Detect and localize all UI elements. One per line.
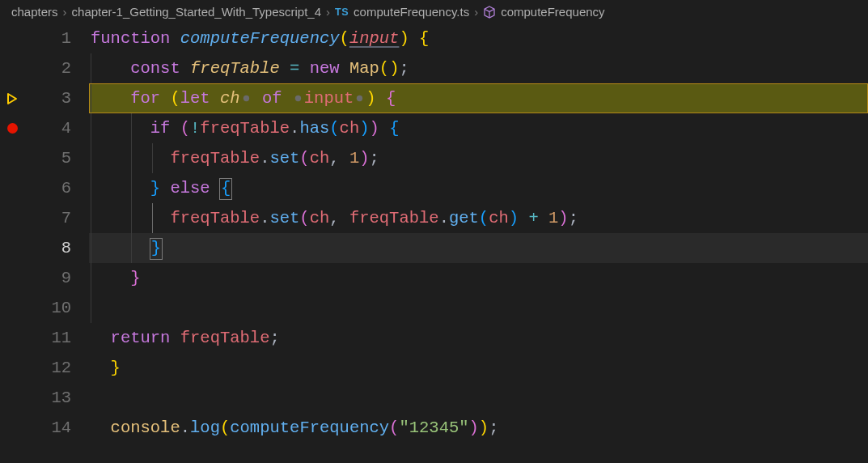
code-line[interactable]: if (!freqTable.has(ch)) { <box>89 113 868 143</box>
code-line[interactable] <box>89 383 868 413</box>
line-number[interactable]: 6 <box>24 173 89 203</box>
code-line[interactable]: function computeFrequency(input) { <box>89 23 868 53</box>
line-number[interactable]: 7 <box>24 203 89 233</box>
code-line[interactable]: } else { <box>89 173 868 203</box>
svg-point-2 <box>357 96 362 101</box>
code-area[interactable]: function computeFrequency(input) { const… <box>89 23 868 443</box>
line-number[interactable]: 11 <box>24 323 89 353</box>
typescript-icon: TS <box>335 6 349 18</box>
line-number[interactable]: 5 <box>24 143 89 173</box>
code-line[interactable]: const freqTable = new Map(); <box>89 53 868 83</box>
debug-current-frame-icon <box>0 92 24 105</box>
svg-point-0 <box>243 96 248 101</box>
symbol-method-icon <box>483 6 496 19</box>
code-line[interactable]: } <box>89 353 868 383</box>
code-line[interactable] <box>89 293 868 323</box>
inlay-hint-icon <box>242 94 251 103</box>
code-line[interactable]: freqTable.set(ch, 1); <box>89 143 868 173</box>
chevron-right-icon: › <box>63 5 67 19</box>
breadcrumb-symbol-label: computeFrequency <box>501 5 604 19</box>
line-number[interactable]: 9 <box>24 263 89 293</box>
breadcrumb-item[interactable]: chapter-1_Getting_Started_With_Typescrip… <box>72 5 322 19</box>
code-line[interactable]: } <box>89 233 868 263</box>
breadcrumb: chapters › chapter-1_Getting_Started_Wit… <box>0 0 868 23</box>
line-number[interactable]: 3 <box>24 83 89 113</box>
breadcrumb-file-label: computeFrequency.ts <box>354 5 469 19</box>
gutter[interactable]: 1 2 3 4 5 6 7 8 9 10 11 12 13 14 <box>0 23 89 443</box>
breadcrumb-item[interactable]: computeFrequency <box>483 5 604 19</box>
inlay-hint-icon <box>355 94 364 103</box>
inlay-hint-icon <box>294 94 303 103</box>
code-line[interactable]: } <box>89 263 868 293</box>
code-line[interactable]: return freqTable; <box>89 323 868 353</box>
code-line[interactable]: console.log(computeFrequency("12345")); <box>89 413 868 443</box>
chevron-right-icon: › <box>474 5 478 19</box>
code-line[interactable]: for (let ch of input) { <box>89 83 868 113</box>
chevron-right-icon: › <box>326 5 330 19</box>
breadcrumb-item[interactable]: chapters <box>11 5 58 19</box>
breakpoint-icon[interactable] <box>0 123 24 134</box>
svg-point-1 <box>295 96 301 101</box>
line-number[interactable]: 13 <box>24 383 89 413</box>
line-number[interactable]: 4 <box>24 113 89 143</box>
breadcrumb-item[interactable]: TS computeFrequency.ts <box>335 5 469 19</box>
line-number[interactable]: 2 <box>24 53 89 83</box>
code-line[interactable]: freqTable.set(ch, freqTable.get(ch) + 1)… <box>89 203 868 233</box>
line-number[interactable]: 10 <box>24 293 89 323</box>
line-number[interactable]: 12 <box>24 353 89 383</box>
line-number[interactable]: 8 <box>24 233 89 263</box>
code-editor[interactable]: 1 2 3 4 5 6 7 8 9 10 11 12 13 14 functio… <box>0 23 868 443</box>
line-number[interactable]: 1 <box>24 23 89 53</box>
line-number[interactable]: 14 <box>24 413 89 443</box>
